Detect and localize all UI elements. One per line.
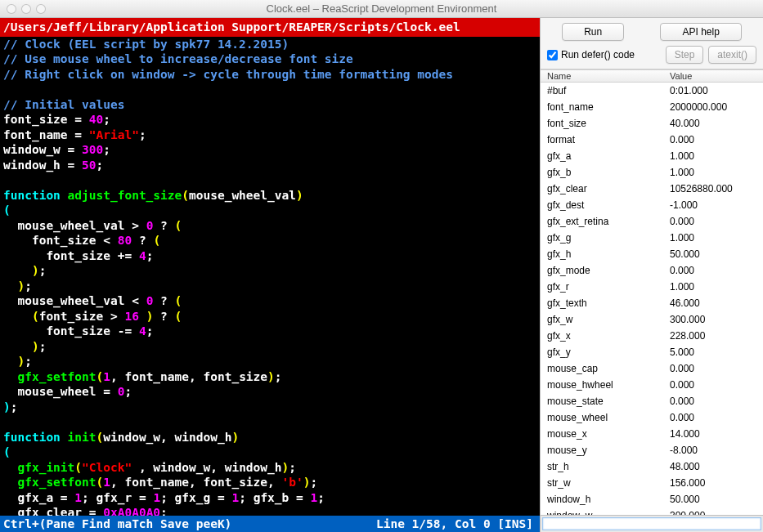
variable-name: font_size — [547, 116, 670, 131]
variable-name: mouse_state — [547, 394, 670, 409]
variable-row[interactable]: gfx_ext_retina0.000 — [541, 213, 763, 230]
variable-row[interactable]: window_h50.000 — [541, 491, 763, 507]
variable-value: 0.000 — [670, 378, 756, 392]
variable-row[interactable]: mouse_state0.000 — [541, 393, 763, 409]
variable-row[interactable]: gfx_y5.000 — [541, 344, 763, 360]
variable-row[interactable]: mouse_wheel0.000 — [541, 409, 763, 426]
variable-name: gfx_y — [547, 345, 670, 360]
variable-row[interactable]: str_w156.000 — [541, 475, 763, 491]
variable-value: 50.000 — [670, 247, 756, 262]
variable-name: gfx_h — [547, 247, 670, 262]
variable-name: gfx_ext_retina — [547, 214, 670, 229]
variable-row[interactable]: gfx_clear10526880.000 — [541, 181, 763, 197]
variable-value: 50.000 — [670, 492, 756, 507]
variable-row[interactable]: window_w300.000 — [541, 507, 763, 515]
variable-name: #buf — [547, 83, 670, 98]
variable-row[interactable]: str_h48.000 — [541, 458, 763, 475]
variable-value: 40.000 — [670, 116, 756, 131]
variable-value: 48.000 — [670, 459, 756, 474]
variable-value: 1.000 — [670, 279, 756, 294]
variables-list[interactable]: #buf0:01.000font_name2000000.000font_siz… — [541, 83, 763, 515]
variable-row[interactable]: font_name2000000.000 — [541, 99, 763, 115]
variable-value: 0:01.000 — [670, 83, 756, 98]
col-header-name[interactable]: Name — [547, 71, 670, 81]
variable-value: 228.000 — [670, 329, 756, 343]
window-title: Clock.eel – ReaScript Development Enviro… — [0, 2, 763, 15]
variable-value: 0.000 — [670, 361, 756, 376]
editor-status-bar: Ctrl+(Pane Find maTch Save peeK) Line 1/… — [0, 516, 540, 533]
variable-row[interactable]: gfx_w300.000 — [541, 311, 763, 328]
variable-row[interactable]: gfx_x228.000 — [541, 328, 763, 344]
variable-value: 0.000 — [670, 132, 756, 147]
col-header-value[interactable]: Value — [670, 71, 756, 81]
variable-row[interactable]: gfx_g1.000 — [541, 230, 763, 246]
variable-value: -8.000 — [670, 443, 756, 458]
code-editor[interactable]: // Clock (EEL script by spk77 14.2.2015)… — [0, 37, 540, 516]
status-left: Ctrl+(Pane Find maTch Save peeK) — [3, 516, 376, 532]
variable-name: gfx_r — [547, 279, 670, 294]
variable-value: 0.000 — [670, 410, 756, 425]
window-controls — [7, 4, 46, 14]
variable-value: 46.000 — [670, 296, 756, 311]
variable-value: 1.000 — [670, 230, 756, 245]
titlebar: Clock.eel – ReaScript Development Enviro… — [0, 0, 763, 18]
variable-name: window_w — [547, 508, 670, 515]
api-help-button[interactable]: API help — [660, 23, 741, 41]
variable-row[interactable]: gfx_mode0.000 — [541, 262, 763, 279]
variable-row[interactable]: gfx_b1.000 — [541, 164, 763, 181]
variable-value: 14.000 — [670, 427, 756, 441]
variable-name: str_w — [547, 476, 670, 490]
run-button[interactable]: Run — [562, 23, 624, 41]
variable-name: mouse_hwheel — [547, 378, 670, 392]
command-input[interactable] — [542, 517, 761, 530]
variable-name: format — [547, 132, 670, 147]
variable-value: 2000000.000 — [670, 100, 756, 114]
side-panel: Run API help Run defer() code Step atexi… — [540, 18, 763, 532]
variable-name: gfx_mode — [547, 263, 670, 278]
variable-row[interactable]: format0.000 — [541, 132, 763, 148]
variable-name: mouse_y — [547, 443, 670, 458]
run-defer-checkbox-label[interactable]: Run defer() code — [547, 49, 661, 60]
variable-value: 0.000 — [670, 214, 756, 229]
variable-value: 10526880.000 — [670, 181, 756, 196]
minimize-window-button[interactable] — [21, 4, 31, 14]
variable-row[interactable]: mouse_hwheel0.000 — [541, 377, 763, 393]
variable-value: 5.000 — [670, 345, 756, 360]
editor-pane: /Users/Jeff/Library/Application Support/… — [0, 18, 540, 532]
close-window-button[interactable] — [7, 4, 16, 14]
variable-name: mouse_cap — [547, 361, 670, 376]
variable-value: 0.000 — [670, 263, 756, 278]
variable-value: 300.000 — [670, 312, 756, 327]
variable-row[interactable]: mouse_cap0.000 — [541, 360, 763, 377]
run-defer-checkbox[interactable] — [547, 50, 558, 60]
variable-row[interactable]: #buf0:01.000 — [541, 83, 763, 99]
step-button[interactable]: Step — [666, 46, 704, 64]
zoom-window-button[interactable] — [36, 4, 46, 14]
atexit-button[interactable]: atexit() — [708, 46, 756, 64]
variable-row[interactable]: font_size40.000 — [541, 115, 763, 132]
variable-value: 1.000 — [670, 149, 756, 163]
variable-row[interactable]: gfx_r1.000 — [541, 279, 763, 295]
variable-row[interactable]: gfx_dest-1.000 — [541, 197, 763, 213]
variable-row[interactable]: gfx_texth46.000 — [541, 295, 763, 311]
variable-name: window_h — [547, 492, 670, 507]
file-path-bar: /Users/Jeff/Library/Application Support/… — [0, 18, 540, 37]
variable-row[interactable]: mouse_x14.000 — [541, 426, 763, 442]
variable-row[interactable]: mouse_y-8.000 — [541, 442, 763, 458]
variable-name: gfx_w — [547, 312, 670, 327]
variable-value: 300.000 — [670, 508, 756, 515]
variable-name: gfx_x — [547, 329, 670, 343]
variables-header: Name Value — [541, 70, 763, 83]
variable-name: mouse_wheel — [547, 410, 670, 425]
variable-name: gfx_a — [547, 149, 670, 163]
variable-row[interactable]: gfx_a1.000 — [541, 148, 763, 164]
variable-name: gfx_clear — [547, 181, 670, 196]
variable-name: gfx_texth — [547, 296, 670, 311]
variable-value: 1.000 — [670, 165, 756, 180]
variable-name: font_name — [547, 100, 670, 114]
variable-value: 156.000 — [670, 476, 756, 490]
variable-name: gfx_g — [547, 230, 670, 245]
variable-name: gfx_b — [547, 165, 670, 180]
variable-value: 0.000 — [670, 394, 756, 409]
variable-row[interactable]: gfx_h50.000 — [541, 246, 763, 262]
